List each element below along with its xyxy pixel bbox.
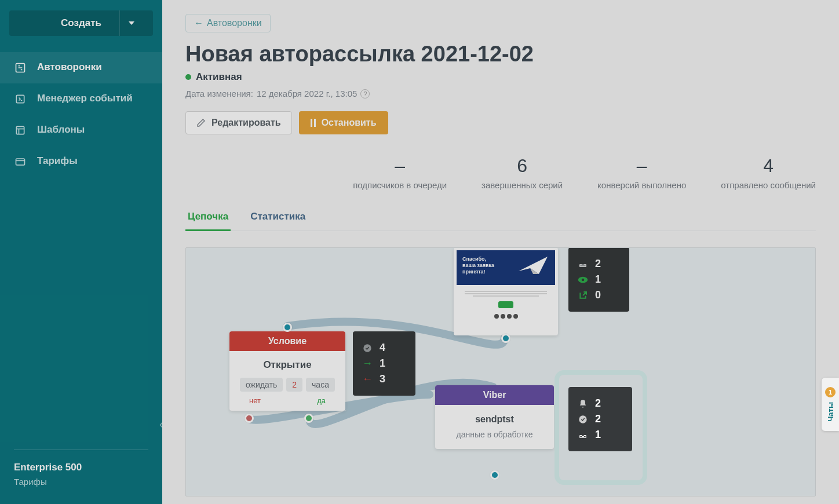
flow-canvas[interactable]: Спасибо, ваша заявка принята! 2 1 0 (185, 247, 816, 496)
stat-completed: 6завершенных серий (481, 155, 563, 190)
create-button[interactable]: Создать (9, 10, 153, 36)
status-text: Активная (196, 71, 242, 83)
inbox-icon (578, 260, 588, 268)
date-value: 12 декабря 2022 г., 13:05 (257, 89, 357, 98)
sidebar-nav: Автоворонки Менеджер событий Шаблоны Тар… (0, 52, 162, 177)
create-label: Создать (61, 17, 101, 29)
stat-sent: 4отправлено сообщений (721, 155, 816, 190)
wait-unit: часа (306, 378, 335, 392)
sidebar-footer: Enterprise 500 Тарифы (14, 450, 148, 487)
check-circle-icon (362, 344, 373, 353)
flow-node-viber[interactable]: Viber sendptst данные в обработке (435, 385, 554, 449)
plan-name: Enterprise 500 (14, 462, 148, 473)
stat-value: – (597, 155, 686, 177)
chevron-down-icon (129, 21, 134, 25)
sidebar-item-label: Автоворонки (37, 61, 102, 73)
edit-label: Редактировать (211, 118, 281, 128)
metric-checked: 4 (380, 342, 385, 354)
main-content: ← Автоворонки Новая авторассылка 2021-12… (162, 0, 839, 504)
paper-plane-icon (516, 254, 550, 277)
flow-node-condition[interactable]: Условие Открытие ожидать 2 часа нет да (229, 331, 345, 411)
sidebar: Создать Автоворонки Менеджер событий Шаб… (0, 0, 162, 504)
email-metrics-panel: 2 1 0 (568, 247, 629, 312)
templates-icon (14, 124, 27, 137)
svg-point-10 (579, 415, 586, 423)
metric-opened: 1 (595, 273, 601, 286)
sidebar-item-templates[interactable]: Шаблоны (0, 115, 162, 146)
email-thanks-l1: Спасибо, (462, 256, 494, 262)
create-dropdown-caret[interactable] (119, 10, 143, 36)
stop-button[interactable]: Остановить (299, 111, 388, 134)
condition-title: Открытие (236, 359, 338, 371)
stat-label: отправлено сообщений (721, 180, 816, 190)
sidebar-item-funnels[interactable]: Автоворонки (0, 52, 162, 83)
funnel-icon (14, 61, 27, 74)
email-cta (498, 301, 513, 308)
svg-point-9 (363, 344, 371, 352)
branch-yes-label: да (317, 396, 326, 405)
branch-no-anchor[interactable] (245, 414, 254, 423)
branch-yes-anchor[interactable] (304, 414, 313, 423)
stop-label: Остановить (322, 118, 377, 128)
stat-value: 6 (481, 155, 563, 177)
viber-subtitle: данные в обработке (442, 429, 547, 440)
svg-rect-5 (16, 159, 25, 165)
svg-rect-2 (16, 126, 24, 134)
date-prefix: Дата изменения: (185, 89, 253, 98)
events-icon (14, 93, 27, 105)
page-title: Новая авторассылка 2021-12-02 (185, 42, 816, 67)
modified-date: Дата изменения: 12 декабря 2022 г., 13:0… (185, 89, 816, 98)
divider (14, 450, 148, 450)
metric-read: 1 (595, 429, 601, 441)
svg-point-8 (582, 278, 585, 281)
node-anchor[interactable] (501, 334, 510, 343)
stat-queued: –подписчиков в очереди (353, 155, 447, 190)
pause-icon (311, 119, 316, 127)
eye-icon (578, 276, 588, 283)
node-anchor[interactable] (490, 470, 499, 480)
condition-header: Условие (229, 331, 345, 351)
bell-icon (578, 399, 588, 408)
sidebar-item-label: Менеджер событий (37, 93, 133, 104)
sidebar-item-label: Шаблоны (37, 124, 85, 136)
metric-delivered: 2 (595, 413, 601, 425)
stat-label: конверсий выполнено (597, 180, 686, 190)
plan-link[interactable]: Тарифы (14, 477, 148, 487)
arrow-left-icon: ← (194, 18, 203, 28)
sidebar-item-label: Тарифы (37, 155, 78, 167)
viber-header: Viber (435, 385, 554, 405)
help-icon[interactable]: ? (360, 89, 370, 98)
inbox-icon (578, 431, 588, 439)
viber-title: sendptst (442, 414, 547, 425)
status-dot-icon (185, 74, 191, 80)
stats-row: –подписчиков в очереди 6завершенных сери… (185, 155, 816, 190)
sidebar-item-pricing[interactable]: Тарифы (0, 146, 162, 177)
tab-stats[interactable]: Статистика (248, 204, 308, 231)
metric-no: 3 (380, 373, 385, 385)
pencil-icon (196, 118, 206, 127)
arrow-left-icon: ← (362, 373, 373, 385)
node-anchor[interactable] (283, 323, 292, 332)
edit-button[interactable]: Редактировать (185, 111, 292, 134)
stat-conversions: –конверсий выполнено (597, 155, 686, 190)
stat-label: подписчиков в очереди (353, 180, 447, 190)
tab-chain[interactable]: Цепочка (185, 204, 231, 231)
back-link[interactable]: ← Автоворонки (185, 14, 271, 32)
flow-node-email[interactable]: Спасибо, ваша заявка принята! (454, 247, 558, 335)
sidebar-item-events[interactable]: Менеджер событий (0, 83, 162, 115)
pricing-icon (14, 155, 27, 168)
chat-label: Чаты (826, 402, 835, 422)
stat-value: – (353, 155, 447, 177)
stat-value: 4 (721, 155, 816, 177)
metric-yes: 1 (380, 357, 385, 370)
check-circle-icon (578, 415, 588, 424)
sidebar-collapse-handle[interactable]: ‹ (159, 417, 163, 432)
metric-sent: 2 (595, 258, 601, 270)
metric-clicked: 0 (595, 289, 601, 301)
status-row: Активная (185, 71, 816, 83)
branch-no-label: нет (249, 396, 261, 405)
chat-tab[interactable]: 1 Чаты (822, 378, 839, 431)
condition-metrics-panel: 4 →1 ←3 (353, 331, 415, 396)
email-thanks-l2: ваша заявка (462, 262, 494, 269)
wait-value: 2 (286, 378, 302, 392)
